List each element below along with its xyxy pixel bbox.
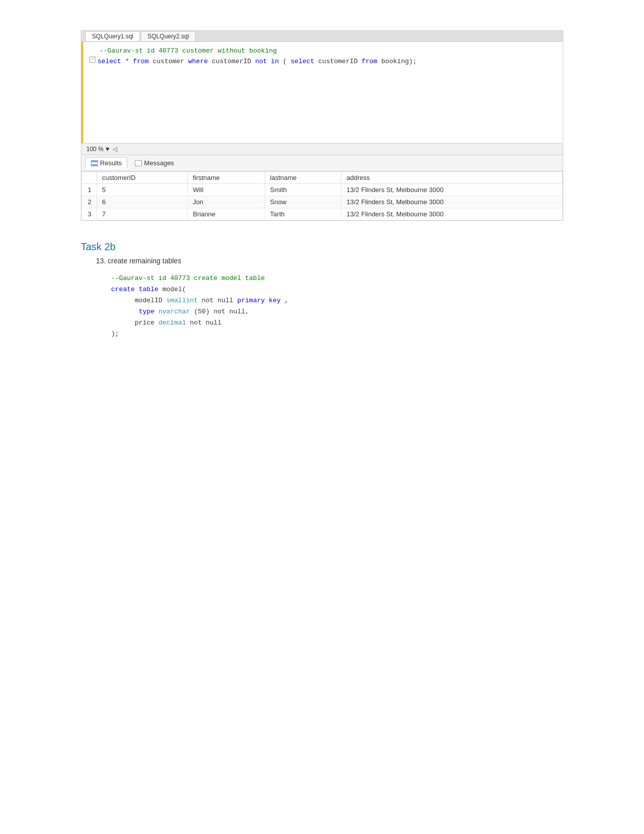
code-line4: price decimal not null	[111, 317, 563, 329]
editor-bottom-bar: 100 % ▼ ◁	[81, 143, 563, 155]
editor-top-bar: SQLQuery1.sql SQLQuery2.sql	[81, 31, 563, 42]
col-lastname: lastname	[265, 172, 341, 184]
col-empty	[82, 172, 97, 184]
separator: ◁	[113, 146, 117, 153]
cell-address: 13/2 Flinders St, Melbourne 3000	[341, 208, 563, 220]
col-firstname: firstname	[187, 172, 265, 184]
results-tab-icon	[91, 160, 98, 166]
kw-create: create	[111, 286, 135, 293]
zoom-value: 100 %	[86, 146, 104, 153]
row-num: 1	[82, 184, 97, 196]
code-line3: type nvarchar (50) not null,	[111, 306, 563, 317]
task-2b-subtitle: 13. create remaining tables	[96, 257, 563, 265]
task-2b-section: Task 2b 13. create remaining tables --Ga…	[81, 241, 563, 340]
table-row: 1 5 Will Smith 13/2 Flinders St, Melbour…	[82, 184, 563, 196]
zoom-dropdown-icon[interactable]: ▼	[105, 146, 111, 153]
messages-tab-icon	[135, 160, 142, 166]
cell-address: 13/2 Flinders St, Melbourne 3000	[341, 184, 563, 196]
cell-firstname: Jon	[187, 196, 265, 208]
results-table-wrapper: customerID firstname lastname address 1 …	[81, 171, 563, 220]
code-line5: );	[111, 329, 563, 340]
page-container: SQLQuery1.sql SQLQuery2.sql --Gaurav-st …	[0, 0, 644, 381]
col-customerid: customerID	[97, 172, 188, 184]
task-2b-title: Task 2b	[81, 241, 563, 253]
gutter	[89, 46, 97, 56]
cell-customerid: 5	[97, 184, 188, 196]
cell-lastname: Smith	[265, 184, 341, 196]
table-header-row: customerID firstname lastname address	[82, 172, 563, 184]
kw-table: table	[139, 286, 159, 293]
results-tab[interactable]: Results	[85, 157, 127, 169]
sql-select-text: select * from customer where customerID …	[97, 57, 417, 67]
kw-select2: select	[290, 58, 314, 65]
sql-editor: --Gaurav-st id 40773 customer without bo…	[81, 42, 563, 143]
sql-comment-text: --Gaurav-st id 40773 customer without bo…	[100, 46, 277, 57]
cell-firstname: Will	[187, 184, 265, 196]
editor-empty-space	[89, 67, 557, 128]
messages-tab-label: Messages	[144, 159, 174, 167]
cell-lastname: Snow	[265, 196, 341, 208]
code-comment: --Gaurav-st id 40773 create model table	[111, 274, 265, 282]
code-line1: create table model(	[111, 284, 563, 295]
results-panel: Results Messages customerID firstname la…	[81, 155, 563, 221]
editor-tab-active[interactable]: SQLQuery1.sql	[85, 31, 140, 41]
table-row: 3 7 Brianne Tarth 13/2 Flinders St, Melb…	[82, 208, 563, 220]
code-block: --Gaurav-st id 40773 create model table …	[111, 273, 563, 340]
code-comment-line: --Gaurav-st id 40773 create model table	[111, 273, 563, 284]
col-address: address	[341, 172, 563, 184]
type-decimal: decimal	[159, 319, 186, 327]
results-tab-label: Results	[100, 159, 122, 167]
collapse-icon[interactable]: −	[89, 57, 95, 63]
sql-editor-container: SQLQuery1.sql SQLQuery2.sql --Gaurav-st …	[81, 30, 563, 155]
row-num: 3	[82, 208, 97, 220]
kw-primary: primary key	[237, 297, 281, 304]
kw-in: in	[271, 58, 279, 65]
table-row: 2 6 Jon Snow 13/2 Flinders St, Melbourne…	[82, 196, 563, 208]
cell-address: 13/2 Flinders St, Melbourne 3000	[341, 196, 563, 208]
cell-lastname: Tarth	[265, 208, 341, 220]
editor-tab[interactable]: SQLQuery2.sql	[141, 31, 195, 41]
sql-select-line: − select * from customer where customerI…	[89, 57, 557, 67]
row-num: 2	[82, 196, 97, 208]
kw-from2: from	[362, 58, 377, 65]
zoom-level[interactable]: 100 % ▼	[86, 146, 111, 153]
results-tabs: Results Messages	[81, 155, 563, 171]
type-smallint: smallint	[166, 297, 197, 304]
code-line2: modelID smallint not null primary key ,	[111, 295, 563, 306]
sql-comment-line: --Gaurav-st id 40773 customer without bo…	[89, 46, 557, 57]
code-close: );	[111, 330, 119, 338]
kw-select: select	[97, 58, 121, 65]
kw-type: type	[139, 308, 155, 315]
kw-from: from	[133, 58, 148, 65]
cell-customerid: 7	[97, 208, 188, 220]
results-table: customerID firstname lastname address 1 …	[81, 171, 563, 220]
kw-where: where	[188, 58, 208, 65]
cell-firstname: Brianne	[187, 208, 265, 220]
messages-tab[interactable]: Messages	[129, 157, 179, 169]
type-nvarchar: nvarchar	[159, 308, 190, 315]
kw-not: not	[255, 58, 267, 65]
cell-customerid: 6	[97, 196, 188, 208]
